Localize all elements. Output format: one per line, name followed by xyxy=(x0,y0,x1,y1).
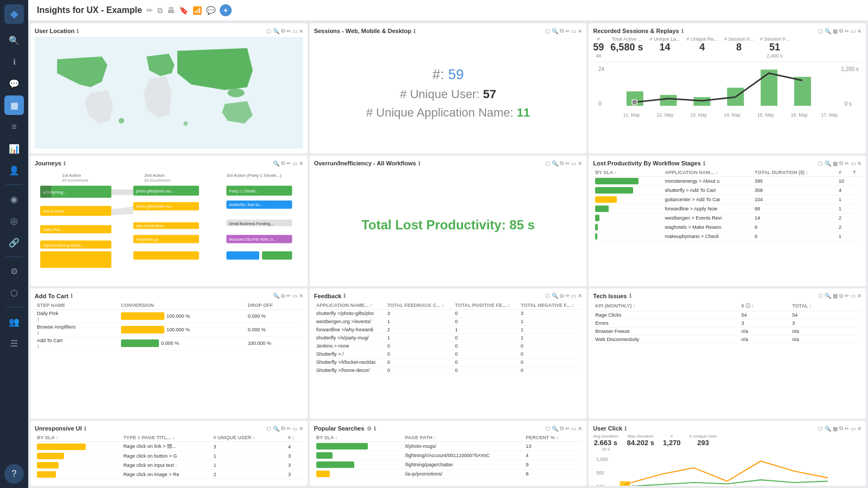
col-unr-unique[interactable]: # UNIQUE USER ↕ xyxy=(211,434,285,442)
widget-copy-icon-p[interactable]: ⧉ xyxy=(560,425,564,432)
info-icon-popular[interactable]: ℹ xyxy=(374,426,376,432)
widget-zoom-icon-f[interactable]: 🔍 xyxy=(552,293,558,299)
info-icon-feedback[interactable]: ℹ xyxy=(343,293,346,299)
col-ps-sla[interactable]: BY SLA ↕ xyxy=(314,434,403,442)
col-ps-pct[interactable]: PERCENT % ↕ xyxy=(524,434,582,442)
widget-copy-icon-j[interactable]: ⧉ xyxy=(281,160,285,166)
add-button[interactable]: + xyxy=(220,4,232,16)
copy-icon[interactable]: ⧉ xyxy=(157,6,163,15)
col-ps-path[interactable]: PAGE PATH ↑ xyxy=(403,434,524,442)
widget-close-icon-l[interactable]: ✕ xyxy=(857,160,861,166)
widget-zoom-icon-p[interactable]: 🔍 xyxy=(552,426,558,432)
widget-edit-icon-p[interactable]: ✏ xyxy=(565,426,570,432)
widget-copy-icon-c[interactable]: ⧉ xyxy=(281,293,285,299)
widget-grid-icon-t[interactable]: ▦ xyxy=(833,293,838,299)
widget-zoom-icon-u[interactable]: 🔍 xyxy=(273,426,279,432)
info-icon-overrun[interactable]: ℹ xyxy=(418,160,420,166)
widget-close-icon[interactable]: ✕ xyxy=(299,28,303,34)
sidebar-item-link[interactable]: 🔗 xyxy=(4,233,24,252)
comment-icon[interactable]: 💬 xyxy=(206,6,215,15)
col-positive-fb[interactable]: TOTAL POSITIVE FE... ↕ xyxy=(453,301,519,310)
edit-icon[interactable]: ✏ xyxy=(146,6,153,15)
widget-minimize-icon-o[interactable]: ▭ xyxy=(571,160,576,166)
widget-export-icon-p[interactable]: ⬡ xyxy=(545,426,550,432)
sidebar-logo[interactable]: ◈ xyxy=(4,4,24,24)
widget-minimize-icon-l[interactable]: ▭ xyxy=(851,160,856,166)
widget-edit-icon-r[interactable]: ✏ xyxy=(845,28,849,34)
sidebar-item-circle[interactable]: ◎ xyxy=(4,211,24,230)
info-icon-cart[interactable]: ℹ xyxy=(71,293,73,299)
widget-export-icon-u[interactable]: ⬡ xyxy=(266,426,271,432)
widget-close-icon-f[interactable]: ✕ xyxy=(578,293,582,299)
widget-minimize-icon-s[interactable]: ▭ xyxy=(571,28,576,34)
col-app-name[interactable]: APPLICATION NAM... ↕ xyxy=(663,169,753,177)
info-icon-unresponsive[interactable]: ℹ xyxy=(84,426,86,432)
widget-edit-icon-o[interactable]: ✏ xyxy=(565,160,570,166)
widget-grid-icon-uc[interactable]: ▦ xyxy=(833,426,838,432)
col-unr-sla[interactable]: BY SLA ↕ xyxy=(35,434,121,442)
widget-close-icon-j[interactable]: ✕ xyxy=(299,160,303,166)
widget-export-icon-o[interactable]: ⬡ xyxy=(545,160,550,166)
widget-minimize-icon-c[interactable]: ▭ xyxy=(292,293,297,299)
widget-zoom-icon[interactable]: 🔍 xyxy=(273,28,279,34)
widget-grid-icon-l[interactable]: ▦ xyxy=(833,160,838,166)
widget-minimize-icon-p[interactable]: ▭ xyxy=(571,426,576,432)
widget-minimize-icon-f[interactable]: ▭ xyxy=(571,293,576,299)
sidebar-item-list[interactable]: ☰ xyxy=(4,333,24,353)
widget-minimize-icon-uc[interactable]: ▭ xyxy=(851,426,856,432)
info-icon-journeys[interactable]: ℹ xyxy=(63,160,66,166)
widget-copy-icon-s[interactable]: ⧉ xyxy=(560,28,564,34)
sidebar-item-active[interactable]: ◉ xyxy=(4,189,24,209)
info-icon-sessions[interactable]: ℹ xyxy=(413,28,416,34)
info-icon-lost[interactable]: ℹ xyxy=(703,160,705,166)
col-total-fb[interactable]: TOTAL FEEDBACK C... ↕ xyxy=(385,301,453,310)
sidebar-item-table[interactable]: ≡ xyxy=(4,117,24,137)
sidebar-item-help[interactable]: ? xyxy=(4,464,24,484)
widget-copy-icon-r[interactable]: ⧉ xyxy=(839,28,843,34)
sidebar-item-chat[interactable]: 💬 xyxy=(4,74,24,93)
widget-minimize-icon-u[interactable]: ▭ xyxy=(292,426,297,432)
widget-minimize-icon-r[interactable]: ▭ xyxy=(851,28,856,34)
widget-copy-icon-f[interactable]: ⧉ xyxy=(560,293,564,299)
sidebar-item-info[interactable]: ℹ xyxy=(4,52,24,72)
col-fb-app[interactable]: APPLICATION NAME... ↕ xyxy=(314,301,385,310)
filter-icon-popular[interactable]: ⚙ xyxy=(367,426,372,432)
widget-copy-icon-uc[interactable]: ⧉ xyxy=(839,425,843,432)
widget-zoom-icon-t[interactable]: 🔍 xyxy=(825,293,831,299)
widget-copy-icon-t[interactable]: ⧉ xyxy=(839,293,843,299)
widget-close-icon-s[interactable]: ✕ xyxy=(578,28,582,34)
col-negative-fb[interactable]: TOTAL NEGATIVE F... ↕ xyxy=(519,301,583,310)
widget-close-icon-p[interactable]: ✕ xyxy=(578,426,582,432)
sidebar-item-network[interactable]: ⬡ xyxy=(4,283,24,303)
col-duration[interactable]: TOTAL DURATION ($) ↕ xyxy=(752,169,837,177)
col-conversion[interactable]: CONVERSION xyxy=(119,301,246,310)
widget-close-icon-t[interactable]: ✕ xyxy=(857,293,861,299)
widget-edit-icon-j[interactable]: ✏ xyxy=(286,160,291,166)
col-unr-type[interactable]: TYPE > PAGE TITL... ↕ xyxy=(121,434,211,442)
sidebar-item-search[interactable]: 🔍 xyxy=(4,30,24,50)
widget-close-icon-u[interactable]: ✕ xyxy=(299,426,303,432)
widget-zoom-icon-c[interactable]: 🔍 xyxy=(273,293,279,299)
widget-copy-icon[interactable]: ⧉ xyxy=(281,28,285,34)
widget-export-icon-r[interactable]: ⬡ xyxy=(818,28,823,34)
widget-edit-icon-f[interactable]: ✏ xyxy=(565,293,570,299)
widget-copy-icon-l[interactable]: ⧉ xyxy=(839,160,843,166)
col-count[interactable]: # xyxy=(837,169,851,177)
widget-zoom-icon-j[interactable]: 🔍 xyxy=(273,160,279,166)
bookmark-icon[interactable]: 🔖 xyxy=(179,6,188,15)
chart-icon[interactable]: 📶 xyxy=(193,6,202,15)
col-drop-off[interactable]: DROP OFF xyxy=(246,301,303,310)
widget-close-icon-r[interactable]: ✕ xyxy=(857,28,861,34)
sidebar-item-chart[interactable]: 📊 xyxy=(4,139,24,158)
widget-edit-icon-l[interactable]: ✏ xyxy=(845,160,849,166)
widget-grid-icon-r[interactable]: ▦ xyxy=(833,28,838,34)
widget-zoom-icon-s[interactable]: 🔍 xyxy=(552,28,558,34)
widget-export-icon-t[interactable]: ⬡ xyxy=(818,293,823,299)
widget-export-icon-s[interactable]: ⬡ xyxy=(545,28,550,34)
sidebar-item-settings[interactable]: ⚙ xyxy=(4,261,24,281)
widget-zoom-icon-r[interactable]: 🔍 xyxy=(825,28,831,34)
widget-zoom-icon-l[interactable]: 🔍 xyxy=(825,160,831,166)
widget-export-icon-uc[interactable]: ⬡ xyxy=(818,426,823,432)
col-t[interactable]: T xyxy=(851,169,861,177)
widget-copy-icon-o[interactable]: ⧉ xyxy=(560,160,564,166)
